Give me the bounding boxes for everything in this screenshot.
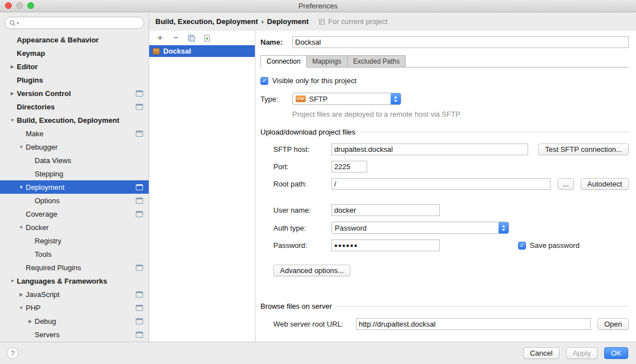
root-path-input[interactable] [331, 178, 550, 190]
sidebar-item-label: Required Plugins [26, 264, 81, 272]
sidebar-item-registry[interactable]: Registry [0, 234, 149, 247]
save-password-checkbox[interactable]: ✓ Save password [518, 241, 580, 250]
project-settings-icon [136, 265, 143, 271]
upload-section-header: Upload/download project files [260, 128, 629, 136]
sidebar-item-label: Appearance & Behavior [17, 36, 99, 44]
cancel-button[interactable]: Cancel [523, 347, 559, 359]
tab-mappings[interactable]: Mappings [306, 55, 348, 67]
sidebar-item-required-plugins[interactable]: Required Plugins [0, 261, 149, 274]
sidebar-item-version-control[interactable]: ▶Version Control [0, 87, 149, 100]
user-name-input[interactable] [331, 204, 440, 216]
breadcrumb-bar: Build, Execution, Deployment › Deploymen… [149, 12, 636, 31]
zoom-button[interactable] [27, 2, 34, 9]
copy-icon[interactable] [187, 33, 196, 42]
root-path-browse-button[interactable]: ... [558, 178, 574, 190]
tree-down-arrow-icon[interactable]: ▼ [17, 185, 26, 190]
sidebar-item-coverage[interactable]: Coverage [0, 207, 149, 221]
port-input[interactable] [331, 161, 367, 173]
dialog-footer: ? Cancel Apply OK [0, 342, 636, 364]
tree-down-arrow-icon[interactable]: ▼ [17, 225, 26, 230]
browse-section-header: Browse files on server [260, 302, 629, 310]
password-label: Password: [273, 241, 331, 250]
combo-stepper-icon [499, 222, 509, 233]
name-input[interactable] [292, 36, 629, 48]
close-button[interactable] [5, 2, 12, 9]
tree-down-arrow-icon[interactable]: ▼ [17, 145, 26, 150]
web-root-input[interactable] [356, 318, 591, 330]
tree-right-arrow-icon[interactable]: ▶ [17, 292, 26, 297]
sidebar-item-label: Servers [35, 331, 60, 339]
sidebar-item-plugins[interactable]: Plugins [0, 73, 149, 87]
traffic-lights [5, 2, 34, 9]
tree-down-arrow-icon[interactable]: ▼ [8, 118, 17, 123]
server-name: Docksal [163, 47, 191, 55]
ok-button[interactable]: OK [604, 347, 628, 359]
sidebar-item-label: Plugins [17, 76, 43, 84]
sidebar-item-make[interactable]: Make [0, 127, 149, 140]
tab-connection[interactable]: Connection [260, 55, 307, 68]
sidebar-item-tools[interactable]: Tools [0, 247, 149, 261]
auth-type-select[interactable]: Password [331, 222, 509, 234]
sidebar-item-docker[interactable]: ▼Docker [0, 221, 149, 234]
minimize-button[interactable] [16, 2, 23, 9]
project-settings-icon [136, 184, 143, 190]
breadcrumb-separator-icon: › [261, 17, 263, 26]
tab-excluded-paths[interactable]: Excluded Paths [347, 55, 406, 67]
sidebar-item-label: Make [26, 130, 44, 138]
test-sftp-connection-button[interactable]: Test SFTP connection... [538, 143, 629, 155]
sidebar-item-label: JavaScript [26, 290, 60, 299]
name-label: Name: [260, 38, 292, 46]
sidebar-item-debugger[interactable]: ▼Debugger [0, 140, 149, 154]
sidebar-item-data-views[interactable]: Data Views [0, 154, 149, 167]
search-input[interactable] [20, 19, 139, 27]
tree-down-arrow-icon[interactable]: ▼ [8, 279, 17, 284]
sidebar-item-keymap[interactable]: Keymap [0, 46, 149, 60]
visible-project-label: Visible only for this project [272, 76, 357, 85]
server-list-toolbar: + − [149, 31, 255, 45]
visible-project-checkbox[interactable]: ✓ Visible only for this project [260, 76, 629, 85]
remove-icon[interactable]: − [172, 33, 180, 42]
deployment-form: Name: Connection Mappings Excluded Paths… [255, 31, 636, 342]
settings-search[interactable]: ▾ [4, 17, 144, 29]
server-list-item[interactable]: Docksal [149, 45, 255, 57]
sidebar-item-label: Keymap [17, 49, 45, 58]
sidebar-item-editor[interactable]: ▶Editor [0, 60, 149, 73]
sidebar-item-debug[interactable]: ▶Debug [0, 314, 149, 328]
sidebar-item-appearance-behavior[interactable]: Appearance & Behavior [0, 33, 149, 46]
sidebar-item-languages-frameworks[interactable]: ▼Languages & Frameworks [0, 274, 149, 288]
web-root-label: Web server root URL: [273, 320, 356, 328]
sidebar-item-deployment[interactable]: ▼Deployment [0, 180, 149, 194]
sidebar-item-javascript[interactable]: ▶JavaScript [0, 288, 149, 301]
type-select[interactable]: FTP SFTP [292, 93, 401, 105]
sidebar-item-stepping[interactable]: Stepping [0, 167, 149, 180]
sidebar-item-servers[interactable]: Servers [0, 328, 149, 341]
tree-down-arrow-icon[interactable]: ▼ [17, 305, 26, 310]
project-settings-icon [136, 198, 143, 204]
sidebar-item-label: Languages & Frameworks [17, 277, 107, 285]
help-button[interactable]: ? [7, 347, 18, 359]
settings-tree: Appearance & BehaviorKeymap▶EditorPlugin… [0, 31, 149, 342]
sidebar-item-directories[interactable]: Directories [0, 100, 149, 113]
password-input[interactable] [331, 240, 440, 251]
sidebar-item-php[interactable]: ▼PHP [0, 301, 149, 314]
open-button[interactable]: Open [597, 318, 629, 330]
sidebar-item-label: Deployment [26, 183, 64, 191]
breadcrumb-section[interactable]: Build, Execution, Deployment [155, 17, 258, 26]
project-settings-icon [136, 332, 143, 338]
sidebar-item-build-execution-deployment[interactable]: ▼Build, Execution, Deployment [0, 113, 149, 127]
sidebar-item-label: Build, Execution, Deployment [17, 116, 119, 124]
autodetect-button[interactable]: Autodetect [581, 178, 629, 190]
tree-right-arrow-icon[interactable]: ▶ [26, 319, 35, 324]
tree-right-arrow-icon[interactable]: ▶ [8, 91, 17, 96]
add-icon[interactable]: + [156, 33, 164, 42]
tree-right-arrow-icon[interactable]: ▶ [8, 64, 17, 69]
sftp-host-input[interactable] [331, 143, 528, 155]
advanced-options-button[interactable]: Advanced options... [273, 265, 350, 276]
sftp-icon: FTP [296, 95, 306, 102]
sidebar-item-label: Registry [35, 237, 61, 245]
sidebar-item-options[interactable]: Options [0, 194, 149, 207]
search-history-icon[interactable]: ▾ [17, 21, 19, 26]
titlebar: Preferences [0, 0, 636, 12]
apply-button[interactable]: Apply [566, 347, 598, 359]
export-icon[interactable] [203, 33, 211, 42]
